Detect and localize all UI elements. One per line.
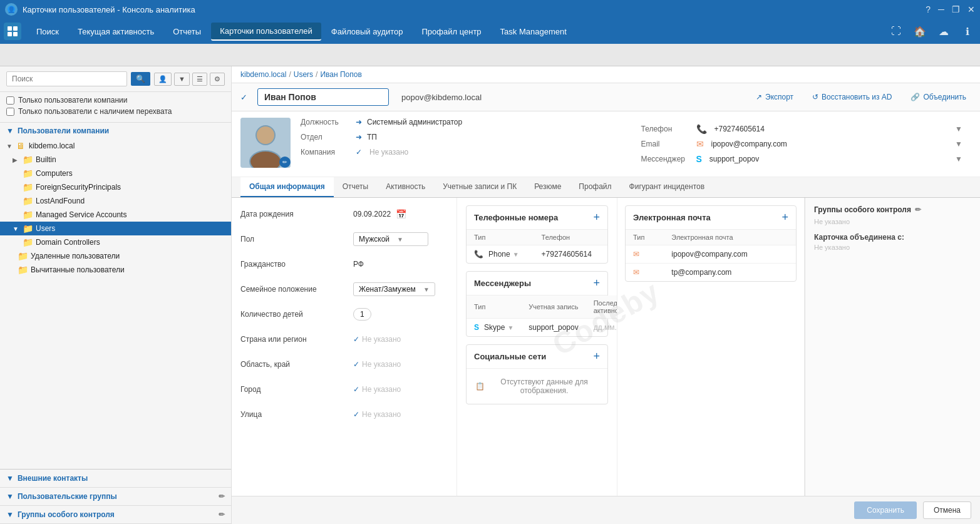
merge-btn[interactable]: 🔗 Объединить (905, 90, 971, 104)
save-bar: Сохранить Отмена (232, 496, 980, 524)
section-collapse-icon: ▼ (6, 126, 14, 135)
calendar-icon[interactable]: 📅 (396, 209, 406, 219)
home-icon[interactable]: 🏠 (911, 23, 929, 40)
children-badge[interactable]: 1 (353, 308, 371, 321)
tree-item-builtin[interactable]: ▶ 📁 Builtin (0, 153, 231, 167)
add-phone-btn[interactable]: + (593, 211, 600, 224)
tree-item-domain-controllers[interactable]: 📁 Domain Controllers (0, 235, 231, 249)
tab-general[interactable]: Общая информация (240, 177, 334, 197)
menu-task-management[interactable]: Task Management (492, 23, 575, 40)
special-groups-section[interactable]: ▼ Группы особого контроля ✏ (0, 506, 231, 524)
list-view-btn[interactable]: ☰ (192, 73, 207, 86)
restore-btn[interactable]: ❐ (952, 4, 960, 14)
add-social-btn[interactable]: + (593, 350, 600, 363)
person-icon-btn[interactable]: 👤 (154, 73, 172, 86)
restore-ad-btn[interactable]: ↺ Восстановить из AD (807, 90, 897, 104)
filter-btn[interactable]: ⚙ (210, 73, 225, 86)
checkbox-intercept-only[interactable]: Только пользователи с наличием перехвата (6, 107, 225, 116)
edit-pencil-icon[interactable]: ✏ (915, 205, 921, 214)
gender-value: Мужской (359, 235, 389, 244)
tree-item-archived-users[interactable]: 📁 Вычитанные пользователи (0, 263, 231, 277)
menu-file-auditor[interactable]: Файловый аудитор (322, 23, 412, 40)
gender-select[interactable]: Мужской ▼ (353, 232, 428, 246)
messenger-activity-cell: дд.мм.гггг (586, 319, 617, 337)
phone-type-cell: 📞 Phone ▼ (467, 245, 534, 264)
expand-icon[interactable]: ▼ (955, 155, 962, 163)
intercept-only-checkbox[interactable] (6, 108, 14, 116)
add-messenger-btn[interactable]: + (593, 277, 600, 290)
form-row-citizenship: Гражданство РФ (240, 255, 448, 273)
menu-reports[interactable]: Отчеты (164, 23, 210, 40)
view-toggle-btn[interactable]: ▼ (174, 73, 190, 86)
external-contacts-section[interactable]: ▼ Внешние контакты (0, 470, 231, 488)
folder-icon: 📁 (18, 265, 28, 275)
cloud-icon[interactable]: ☁ (935, 23, 952, 40)
field-label: Должность (301, 118, 351, 126)
company-section-header[interactable]: ▼ Пользователи компании (0, 123, 231, 139)
breadcrumb-users[interactable]: Users (294, 70, 313, 79)
tab-reports[interactable]: Отчеты (334, 177, 377, 197)
social-empty: 📋 Отсутствуют данные для отображения. (467, 369, 607, 404)
contact-phone: Телефон 📞 +79274605614 ▼ (641, 124, 963, 134)
cancel-button[interactable]: Отмена (923, 501, 971, 519)
close-btn[interactable]: ✕ (967, 4, 975, 14)
social-card-header: Социальные сети + (467, 345, 607, 369)
tree-item-computers[interactable]: 📁 Computers (0, 167, 231, 180)
app-icon: 👤 (5, 3, 18, 16)
tab-incidents[interactable]: Фигурант инцидентов (621, 177, 714, 197)
fullscreen-icon[interactable]: ⛶ (887, 23, 905, 40)
tree-item-lostandfound[interactable]: 📁 LostAndFound (0, 194, 231, 208)
tree-item-managed-service[interactable]: 📁 Managed Service Accounts (0, 208, 231, 222)
tree-item-foreignsecurity[interactable]: 📁 ForeignSecurityPrincipals (0, 180, 231, 194)
user-groups-section[interactable]: ▼ Пользовательские группы ✏ (0, 488, 231, 506)
col-phone: Телефон (534, 230, 607, 245)
expand-icon[interactable]: ▼ (955, 125, 962, 133)
save-button[interactable]: Сохранить (854, 501, 917, 519)
tab-profile[interactable]: Профайл (570, 177, 620, 197)
tab-accounts-pc[interactable]: Учетные записи и ПК (434, 177, 525, 197)
messenger-type-dropdown[interactable]: S Skype ▼ (474, 323, 513, 332)
profile-section: ✏ Должность ➜ Системный администратор От… (232, 111, 980, 177)
search-button[interactable]: 🔍 (131, 72, 150, 86)
tree-item-label: Domain Controllers (36, 238, 100, 247)
avatar-edit-btn[interactable]: ✏ (279, 157, 291, 168)
minimize-btn[interactable]: ─ (938, 4, 944, 14)
tree-item-deleted-users[interactable]: 📁 Удаленные пользователи (0, 249, 231, 263)
marital-select[interactable]: Женат/Замужем ▼ (353, 282, 435, 296)
window-title: Карточки пользователей - Консоль аналити… (23, 5, 195, 14)
tree-root-kibdemo[interactable]: ▼ 🖥 kibdemo.local (0, 139, 231, 153)
menu-current-activity[interactable]: Текущая активность (69, 23, 163, 40)
contact-label: Мессенджер (641, 155, 691, 163)
export-btn[interactable]: ↗ Экспорт (751, 90, 798, 104)
add-email-btn[interactable]: + (781, 211, 788, 224)
menu-profile-center[interactable]: Профайл центр (413, 23, 490, 40)
sidebar: 🔍 👤 ▼ ☰ ⚙ Только пользователи компании Т… (0, 66, 232, 524)
email-icon: ✉ (696, 139, 704, 149)
tree-item-users[interactable]: ▼ 📁 Users (0, 222, 231, 235)
expand-icon[interactable]: ▼ (955, 140, 962, 148)
info-icon[interactable]: ℹ (959, 23, 976, 40)
skype-icon: S (696, 154, 702, 164)
col-account: Учетная запись (521, 295, 585, 319)
field-label: Отдел (301, 133, 351, 141)
form-row-region: Область, край ✓ Не указано (240, 356, 448, 373)
edit-pencil-icon[interactable]: ✏ (219, 492, 225, 501)
folder-icon: 📁 (23, 210, 33, 220)
email-row: ✉ ipopov@company.com (626, 245, 796, 264)
help-btn[interactable]: ? (926, 4, 931, 14)
phone-type-dropdown[interactable]: 📞 Phone ▼ (474, 250, 527, 259)
tab-resume[interactable]: Резюме (525, 177, 570, 197)
check-icon: ✓ (353, 360, 359, 369)
user-name-input[interactable] (257, 88, 389, 106)
menu-user-cards[interactable]: Карточки пользователей (211, 23, 321, 41)
checkbox-company-only[interactable]: Только пользователи компании (6, 96, 225, 105)
sidebar-tree: ▼ 🖥 kibdemo.local ▶ 📁 Builtin 📁 Computer… (0, 139, 231, 469)
breadcrumb-kibdemo[interactable]: kibdemo.local (240, 70, 286, 79)
tab-activity[interactable]: Активность (377, 177, 434, 197)
search-input[interactable] (6, 71, 127, 86)
company-only-checkbox[interactable] (6, 96, 14, 105)
email-type-cell: ✉ (626, 245, 664, 264)
edit-pencil-icon[interactable]: ✏ (219, 510, 225, 519)
no-data-icon: 📋 (475, 382, 485, 391)
menu-search[interactable]: Поиск (28, 23, 68, 40)
